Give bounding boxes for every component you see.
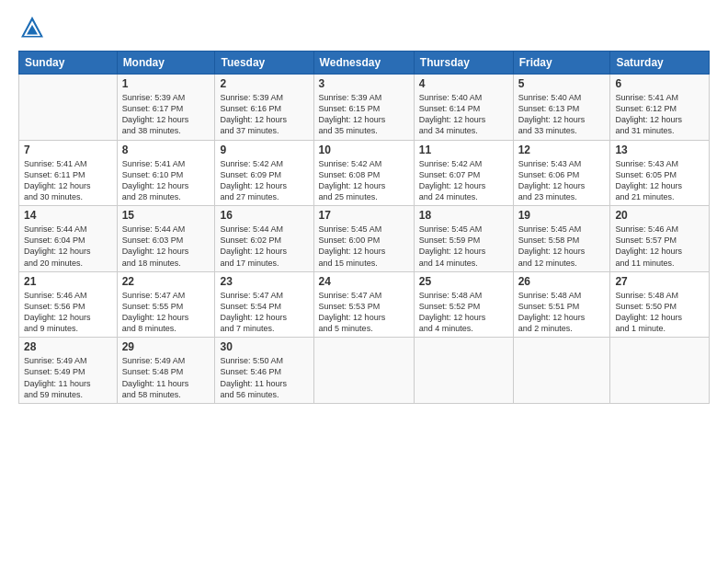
cell-content: Sunrise: 5:46 AM Sunset: 5:56 PM Dayligh… [24, 290, 112, 335]
page-header [18, 14, 710, 41]
cell-content: Sunrise: 5:41 AM Sunset: 6:10 PM Dayligh… [122, 158, 210, 203]
calendar-cell: 11Sunrise: 5:42 AM Sunset: 6:07 PM Dayli… [414, 140, 513, 206]
cell-content: Sunrise: 5:47 AM Sunset: 5:55 PM Dayligh… [122, 290, 210, 335]
calendar-cell: 17Sunrise: 5:45 AM Sunset: 6:00 PM Dayli… [313, 206, 414, 272]
logo-icon [18, 14, 46, 41]
cell-content: Sunrise: 5:48 AM Sunset: 5:51 PM Dayligh… [518, 290, 606, 335]
cell-content: Sunrise: 5:50 AM Sunset: 5:46 PM Dayligh… [220, 355, 308, 400]
day-number: 28 [24, 340, 112, 353]
day-number: 11 [419, 144, 508, 156]
calendar-cell: 25Sunrise: 5:48 AM Sunset: 5:52 PM Dayli… [414, 271, 513, 338]
calendar-cell: 29Sunrise: 5:49 AM Sunset: 5:48 PM Dayli… [117, 338, 215, 404]
cell-content: Sunrise: 5:43 AM Sunset: 6:05 PM Dayligh… [615, 158, 704, 203]
calendar-cell: 5Sunrise: 5:40 AM Sunset: 6:13 PM Daylig… [513, 75, 610, 141]
cell-content: Sunrise: 5:43 AM Sunset: 6:06 PM Dayligh… [518, 158, 606, 203]
day-number: 12 [518, 144, 606, 156]
day-number: 25 [419, 275, 508, 288]
calendar-cell: 14Sunrise: 5:44 AM Sunset: 6:04 PM Dayli… [19, 206, 118, 272]
calendar-cell: 27Sunrise: 5:48 AM Sunset: 5:50 PM Dayli… [610, 271, 710, 338]
calendar-week-row: 1Sunrise: 5:39 AM Sunset: 6:17 PM Daylig… [19, 75, 710, 141]
day-number: 20 [615, 209, 704, 222]
calendar-cell: 9Sunrise: 5:42 AM Sunset: 6:09 PM Daylig… [215, 140, 313, 206]
day-number: 15 [122, 209, 210, 222]
calendar-week-row: 7Sunrise: 5:41 AM Sunset: 6:11 PM Daylig… [19, 140, 710, 206]
calendar-cell: 19Sunrise: 5:45 AM Sunset: 5:58 PM Dayli… [513, 206, 610, 272]
calendar-cell [414, 338, 513, 404]
cell-content: Sunrise: 5:41 AM Sunset: 6:12 PM Dayligh… [615, 92, 704, 137]
cell-content: Sunrise: 5:44 AM Sunset: 6:02 PM Dayligh… [220, 224, 308, 269]
calendar-cell [610, 338, 710, 404]
calendar-cell: 12Sunrise: 5:43 AM Sunset: 6:06 PM Dayli… [513, 140, 610, 206]
day-number: 8 [122, 144, 210, 156]
cell-content: Sunrise: 5:49 AM Sunset: 5:48 PM Dayligh… [122, 355, 210, 400]
day-number: 21 [24, 275, 112, 288]
cell-content: Sunrise: 5:42 AM Sunset: 6:08 PM Dayligh… [319, 158, 409, 203]
cell-content: Sunrise: 5:41 AM Sunset: 6:11 PM Dayligh… [24, 158, 112, 203]
calendar-cell: 24Sunrise: 5:47 AM Sunset: 5:53 PM Dayli… [313, 271, 414, 338]
calendar-cell: 1Sunrise: 5:39 AM Sunset: 6:17 PM Daylig… [117, 75, 215, 141]
calendar-week-row: 21Sunrise: 5:46 AM Sunset: 5:56 PM Dayli… [19, 271, 710, 338]
cell-content: Sunrise: 5:40 AM Sunset: 6:13 PM Dayligh… [518, 92, 606, 137]
day-number: 9 [220, 144, 308, 156]
calendar-col-header: Saturday [610, 52, 710, 75]
day-number: 23 [220, 275, 308, 288]
calendar-table: SundayMondayTuesdayWednesdayThursdayFrid… [18, 51, 710, 404]
cell-content: Sunrise: 5:47 AM Sunset: 5:53 PM Dayligh… [319, 290, 409, 335]
calendar-cell: 16Sunrise: 5:44 AM Sunset: 6:02 PM Dayli… [215, 206, 313, 272]
calendar-cell: 8Sunrise: 5:41 AM Sunset: 6:10 PM Daylig… [117, 140, 215, 206]
cell-content: Sunrise: 5:45 AM Sunset: 6:00 PM Dayligh… [319, 224, 409, 269]
calendar-col-header: Monday [117, 52, 215, 75]
logo [18, 14, 50, 41]
calendar-cell: 3Sunrise: 5:39 AM Sunset: 6:15 PM Daylig… [313, 75, 414, 141]
day-number: 29 [122, 340, 210, 353]
cell-content: Sunrise: 5:46 AM Sunset: 5:57 PM Dayligh… [615, 224, 704, 269]
day-number: 14 [24, 209, 112, 222]
cell-content: Sunrise: 5:42 AM Sunset: 6:09 PM Dayligh… [220, 158, 308, 203]
calendar-cell: 10Sunrise: 5:42 AM Sunset: 6:08 PM Dayli… [313, 140, 414, 206]
calendar-week-row: 14Sunrise: 5:44 AM Sunset: 6:04 PM Dayli… [19, 206, 710, 272]
cell-content: Sunrise: 5:48 AM Sunset: 5:50 PM Dayligh… [615, 290, 704, 335]
day-number: 7 [24, 144, 112, 156]
day-number: 19 [518, 209, 606, 222]
calendar-cell [513, 338, 610, 404]
cell-content: Sunrise: 5:47 AM Sunset: 5:54 PM Dayligh… [220, 290, 308, 335]
cell-content: Sunrise: 5:42 AM Sunset: 6:07 PM Dayligh… [419, 158, 508, 203]
calendar-cell: 18Sunrise: 5:45 AM Sunset: 5:59 PM Dayli… [414, 206, 513, 272]
calendar-cell: 4Sunrise: 5:40 AM Sunset: 6:14 PM Daylig… [414, 75, 513, 141]
day-number: 4 [419, 77, 508, 90]
calendar-cell: 13Sunrise: 5:43 AM Sunset: 6:05 PM Dayli… [610, 140, 710, 206]
calendar-week-row: 28Sunrise: 5:49 AM Sunset: 5:49 PM Dayli… [19, 338, 710, 404]
cell-content: Sunrise: 5:39 AM Sunset: 6:15 PM Dayligh… [319, 92, 409, 137]
calendar-cell [313, 338, 414, 404]
day-number: 2 [220, 77, 308, 90]
calendar-cell: 20Sunrise: 5:46 AM Sunset: 5:57 PM Dayli… [610, 206, 710, 272]
calendar-col-header: Friday [513, 52, 610, 75]
calendar-col-header: Wednesday [313, 52, 414, 75]
day-number: 30 [220, 340, 308, 353]
cell-content: Sunrise: 5:44 AM Sunset: 6:04 PM Dayligh… [24, 224, 112, 269]
day-number: 18 [419, 209, 508, 222]
day-number: 13 [615, 144, 704, 156]
calendar-cell [19, 75, 118, 141]
calendar-col-header: Sunday [19, 52, 118, 75]
cell-content: Sunrise: 5:49 AM Sunset: 5:49 PM Dayligh… [24, 355, 112, 400]
calendar-cell: 7Sunrise: 5:41 AM Sunset: 6:11 PM Daylig… [19, 140, 118, 206]
calendar-cell: 23Sunrise: 5:47 AM Sunset: 5:54 PM Dayli… [215, 271, 313, 338]
day-number: 24 [319, 275, 409, 288]
day-number: 27 [615, 275, 704, 288]
calendar-cell: 22Sunrise: 5:47 AM Sunset: 5:55 PM Dayli… [117, 271, 215, 338]
calendar-cell: 2Sunrise: 5:39 AM Sunset: 6:16 PM Daylig… [215, 75, 313, 141]
day-number: 26 [518, 275, 606, 288]
calendar-header-row: SundayMondayTuesdayWednesdayThursdayFrid… [19, 52, 710, 75]
day-number: 5 [518, 77, 606, 90]
cell-content: Sunrise: 5:48 AM Sunset: 5:52 PM Dayligh… [419, 290, 508, 335]
cell-content: Sunrise: 5:39 AM Sunset: 6:16 PM Dayligh… [220, 92, 308, 137]
cell-content: Sunrise: 5:44 AM Sunset: 6:03 PM Dayligh… [122, 224, 210, 269]
calendar-cell: 28Sunrise: 5:49 AM Sunset: 5:49 PM Dayli… [19, 338, 118, 404]
day-number: 17 [319, 209, 409, 222]
day-number: 16 [220, 209, 308, 222]
calendar-col-header: Thursday [414, 52, 513, 75]
calendar-cell: 26Sunrise: 5:48 AM Sunset: 5:51 PM Dayli… [513, 271, 610, 338]
calendar-cell: 21Sunrise: 5:46 AM Sunset: 5:56 PM Dayli… [19, 271, 118, 338]
day-number: 6 [615, 77, 704, 90]
